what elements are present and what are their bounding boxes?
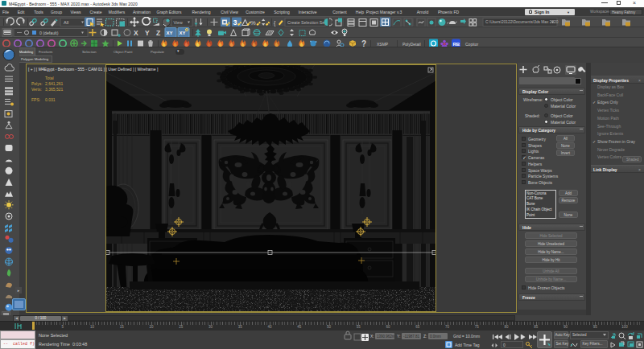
svg-text:PolyDetail: PolyDetail	[402, 42, 421, 47]
svg-text:X: X	[134, 29, 138, 37]
svg-text:0 (default): 0 (default)	[39, 31, 59, 35]
svg-text:All: All	[64, 20, 68, 25]
svg-text:Create Selection Se: Create Selection Se	[287, 20, 324, 25]
svg-text:{: {	[274, 20, 276, 27]
svg-text:3: 3	[233, 18, 237, 27]
svg-text:Y: Y	[145, 29, 150, 37]
svg-text:Z: Z	[156, 29, 160, 37]
svg-text:View: View	[174, 20, 183, 25]
svg-text:XY: XY	[167, 31, 173, 35]
svg-text:Copitor: Copitor	[465, 42, 478, 47]
svg-text:C:\Users\20122\Documents\3ds M: C:\Users\20122\Documents\3ds Max 2020	[485, 20, 559, 24]
svg-text:XY: XY	[180, 31, 186, 35]
svg-text:RB: RB	[453, 42, 460, 47]
svg-text:%: %	[250, 19, 256, 27]
svg-text:XSMP: XSMP	[377, 42, 389, 47]
